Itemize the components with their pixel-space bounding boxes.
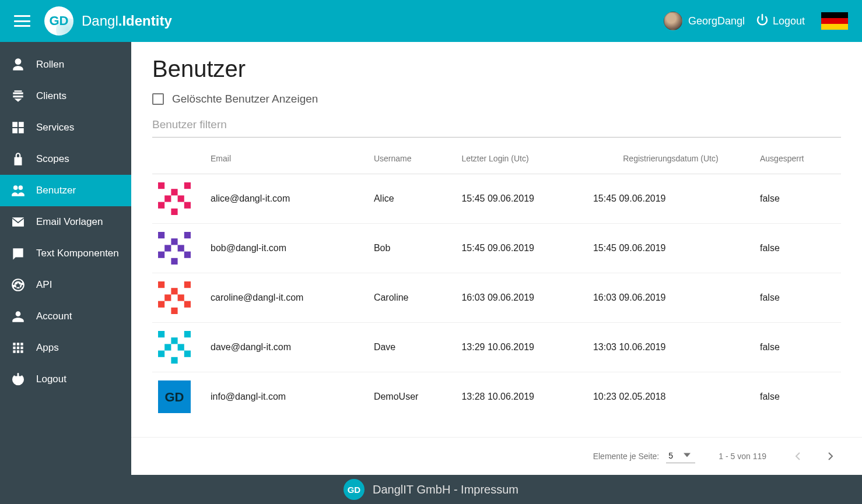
flag-stripe-red <box>821 18 848 24</box>
cell-registration: 15:45 09.06.2019 <box>587 174 754 224</box>
sidebar-item-label: Scopes <box>36 153 69 165</box>
user-avatar-icon <box>158 182 191 215</box>
email-icon <box>10 214 26 230</box>
language-flag-button[interactable] <box>821 12 848 30</box>
cell-locked: false <box>754 273 841 323</box>
sidebar-item-account[interactable]: Account <box>0 301 131 332</box>
svg-rect-20 <box>184 281 191 288</box>
api-icon <box>10 277 26 292</box>
brand-logo[interactable]: GD <box>44 6 73 36</box>
hamburger-menu-button[interactable] <box>14 15 30 27</box>
cell-locked: false <box>754 323 841 372</box>
sidebar-item-apps[interactable]: Apps <box>0 332 131 364</box>
table-row[interactable]: caroline@dangl-it.comCaroline16:03 09.06… <box>152 273 841 323</box>
logout-link[interactable]: Logout <box>755 13 805 30</box>
page-size-select[interactable]: 5 <box>666 450 695 463</box>
filter-row <box>131 114 862 138</box>
sidebar-item-label: Clients <box>36 90 66 102</box>
cell-avatar <box>152 273 205 323</box>
sidebar-item-api[interactable]: API <box>0 269 131 301</box>
footer-company-prefix: Dangl <box>373 483 403 496</box>
sidebar-item-clients[interactable]: Clients <box>0 80 131 112</box>
services-icon <box>10 120 26 135</box>
cell-email: alice@dangl-it.com <box>205 174 368 224</box>
sidebar-item-services[interactable]: Services <box>0 112 131 143</box>
flag-stripe-gold <box>821 24 848 30</box>
apps-icon <box>10 340 26 355</box>
svg-rect-16 <box>184 252 191 258</box>
sidebar-item-scopes[interactable]: Scopes <box>0 143 131 175</box>
user-avatar-icon <box>158 281 191 314</box>
svg-rect-31 <box>164 344 171 350</box>
svg-rect-15 <box>158 252 164 258</box>
svg-rect-22 <box>164 294 171 301</box>
sidebar-item-label: Rollen <box>36 59 64 71</box>
cell-avatar <box>152 174 205 224</box>
logout-label: Logout <box>773 15 805 27</box>
cell-locked: false <box>754 372 841 422</box>
cell-last-login: 13:29 10.06.2019 <box>455 323 587 372</box>
table-row[interactable]: GDinfo@dangl-it.comDemoUser13:28 10.06.2… <box>152 372 841 422</box>
cell-last-login: 15:45 09.06.2019 <box>455 174 587 224</box>
col-email[interactable]: Email <box>205 143 368 174</box>
cell-avatar <box>152 224 205 273</box>
svg-rect-29 <box>184 331 191 337</box>
svg-rect-1 <box>158 182 164 189</box>
cell-registration: 10:23 02.05.2018 <box>587 372 754 422</box>
sidebar-item-email[interactable]: Email Vorlagen <box>0 206 131 238</box>
footer-company-suffix: GmbH - Impressum <box>414 483 518 496</box>
svg-rect-4 <box>164 195 171 202</box>
svg-rect-13 <box>164 245 171 251</box>
chevron-down-icon <box>684 451 691 460</box>
svg-rect-35 <box>171 357 177 364</box>
cell-avatar: GD <box>152 372 205 422</box>
show-deleted-row: Gelöschte Benutzer Anzeigen <box>131 93 862 114</box>
sidebar-item-text[interactable]: Text Komponenten <box>0 238 131 269</box>
paginator: Elemente je Seite: 5 1 - 5 von 119 <box>131 437 862 475</box>
footer-company-bold: IT <box>403 483 414 496</box>
clients-icon <box>10 89 26 104</box>
table-row[interactable]: dave@dangl-it.comDave13:29 10.06.201913:… <box>152 323 841 372</box>
page-size-value: 5 <box>668 451 673 460</box>
show-deleted-checkbox[interactable] <box>152 93 164 105</box>
topbar: GD Dangl.Identity GeorgDangl Logout <box>0 0 862 42</box>
svg-rect-30 <box>171 337 177 344</box>
table-row[interactable]: alice@dangl-it.comAlice15:45 09.06.20191… <box>152 174 841 224</box>
col-last-login[interactable]: Letzter Login (Utc) <box>455 143 587 174</box>
svg-rect-12 <box>171 238 177 245</box>
flag-stripe-black <box>821 12 848 18</box>
cell-locked: false <box>754 174 841 224</box>
svg-text:GD: GD <box>165 390 184 404</box>
user-profile-link[interactable]: GeorgDangl <box>664 12 745 30</box>
cell-email: dave@dangl-it.com <box>205 323 368 372</box>
page-title: Benutzer <box>131 42 862 93</box>
svg-rect-33 <box>158 351 164 357</box>
sidebar-item-users[interactable]: Benutzer <box>0 175 131 206</box>
sidebar-item-label: Benutzer <box>36 185 76 196</box>
next-page-button[interactable] <box>822 448 839 464</box>
svg-rect-6 <box>158 202 164 209</box>
user-avatar-icon <box>158 331 191 364</box>
prev-page-button[interactable] <box>790 448 806 464</box>
col-locked[interactable]: Ausgesperrt <box>754 143 841 174</box>
sidebar-item-roles[interactable]: Rollen <box>0 49 131 80</box>
account-icon <box>10 309 26 324</box>
user-avatar-icon: GD <box>158 380 191 413</box>
main: RollenClientsServicesScopesBenutzerEmail… <box>0 42 862 475</box>
table-row[interactable]: bob@dangl-it.comBob15:45 09.06.201915:45… <box>152 224 841 273</box>
cell-email: caroline@dangl-it.com <box>205 273 368 323</box>
user-name-label: GeorgDangl <box>688 15 745 27</box>
col-registration[interactable]: Registrierungsdatum (Utc) <box>587 143 754 174</box>
filter-input[interactable] <box>152 114 841 138</box>
cell-username: Caroline <box>368 273 455 323</box>
sidebar-item-label: Email Vorlagen <box>36 216 103 228</box>
sidebar-item-logout[interactable]: Logout <box>0 364 131 395</box>
footer-text[interactable]: DanglIT GmbH - Impressum <box>373 483 518 496</box>
svg-rect-26 <box>171 308 177 314</box>
footer: GD DanglIT GmbH - Impressum <box>0 475 862 504</box>
cell-username: Bob <box>368 224 455 273</box>
cell-registration: 16:03 09.06.2019 <box>587 273 754 323</box>
roles-icon <box>10 57 26 72</box>
col-username[interactable]: Username <box>368 143 455 174</box>
content: Benutzer Gelöschte Benutzer Anzeigen Ema… <box>131 42 862 475</box>
